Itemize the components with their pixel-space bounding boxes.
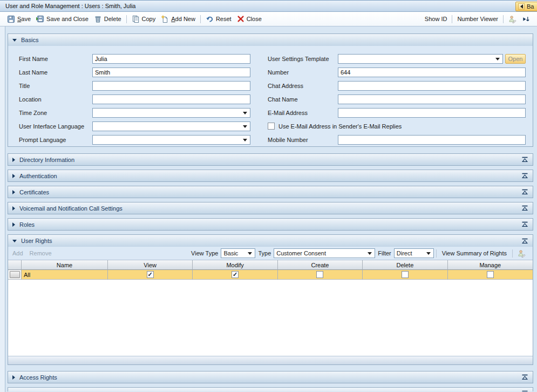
view-checkbox[interactable]	[147, 271, 154, 278]
mobile-number-label: Mobile Number	[268, 137, 338, 143]
close-x-icon	[237, 15, 244, 23]
title-label: Title	[19, 83, 92, 89]
view-type-value: Basic	[223, 250, 238, 256]
dropdown-arrow-icon	[495, 58, 500, 60]
view-summary-of-rights-button[interactable]: View Summary of Rights	[439, 250, 510, 256]
type-select[interactable]: Customer Consent	[274, 248, 375, 258]
trash-icon	[94, 15, 102, 23]
copy-button[interactable]: Copy	[129, 14, 159, 24]
section-roles: Roles	[8, 218, 533, 231]
table-empty-area	[8, 280, 533, 356]
location-label: Location	[19, 96, 92, 103]
section-voicemail-settings-header[interactable]: Voicemail and Notification Call Settings	[8, 202, 533, 214]
section-user-rights-header[interactable]: User Rights	[8, 235, 533, 247]
filter-select[interactable]: Direct	[394, 248, 434, 258]
toolbar-separator	[200, 15, 201, 23]
ui-language-select[interactable]	[92, 121, 250, 131]
user-settings-template-select[interactable]	[338, 54, 503, 64]
chat-name-input[interactable]	[338, 94, 526, 104]
chat-address-input[interactable]	[338, 81, 526, 91]
close-button[interactable]: Close	[234, 14, 264, 24]
section-roles-header[interactable]: Roles	[8, 219, 533, 230]
location-input[interactable]	[92, 94, 250, 104]
collapse-to-top-icon[interactable]	[521, 390, 528, 391]
chevron-collapsed-icon	[12, 375, 15, 380]
column-header-delete[interactable]: Delete	[363, 260, 447, 270]
collapse-to-top-icon[interactable]	[521, 189, 528, 195]
add-new-label: Add New	[171, 16, 195, 22]
column-header-create[interactable]: Create	[278, 260, 363, 270]
section-authentication: Authentication	[8, 170, 533, 182]
section-groups-header[interactable]: Groups	[8, 388, 533, 391]
person-edit-icon	[518, 249, 526, 258]
table-row[interactable]: All	[8, 270, 533, 280]
row-selector-button[interactable]	[10, 271, 20, 278]
undo-arrow-icon	[206, 15, 214, 23]
section-certificates-header[interactable]: Certificates	[8, 186, 533, 198]
section-title: Roles	[19, 221, 35, 228]
prompt-language-select[interactable]	[92, 135, 250, 145]
delete-checkbox[interactable]	[402, 271, 409, 278]
modify-cell	[193, 270, 277, 280]
column-header-modify[interactable]: Modify	[193, 260, 277, 270]
chevron-expanded-icon	[12, 39, 17, 42]
save-label: Save	[17, 16, 31, 22]
first-name-input[interactable]	[92, 54, 250, 64]
add-new-button[interactable]: Add New	[158, 14, 198, 24]
create-checkbox[interactable]	[316, 271, 323, 278]
remove-link[interactable]: Remove	[30, 250, 52, 256]
add-link[interactable]: Add	[12, 250, 23, 256]
reset-button[interactable]: Reset	[203, 14, 234, 24]
section-access-rights-header[interactable]: Access Rights	[8, 371, 533, 383]
last-name-input[interactable]	[92, 67, 250, 77]
use-email-replies-checkbox[interactable]	[268, 123, 275, 130]
save-button[interactable]: Save	[4, 14, 33, 24]
manage-cell	[448, 270, 533, 280]
chevron-collapsed-icon	[12, 391, 15, 392]
type-label: Type	[258, 250, 271, 256]
jump-down-icon	[522, 15, 530, 23]
open-template-button[interactable]: Open	[505, 54, 526, 64]
section-directory-information-header[interactable]: Directory Information	[8, 154, 533, 165]
modify-checkbox[interactable]	[232, 271, 239, 278]
partial-section-clip: Groups	[8, 387, 533, 391]
section-authentication-header[interactable]: Authentication	[8, 170, 533, 181]
edit-user-button[interactable]	[506, 14, 519, 24]
save-and-close-label: Save and Close	[46, 16, 89, 22]
email-address-input[interactable]	[338, 108, 526, 118]
edit-rights-button[interactable]	[515, 248, 528, 259]
number-viewer-button[interactable]: Number Viewer	[454, 15, 501, 23]
time-zone-select[interactable]	[92, 108, 250, 118]
show-id-button[interactable]: Show ID	[422, 15, 450, 23]
delete-button[interactable]: Delete	[91, 14, 124, 24]
save-and-close-button[interactable]: Save and Close	[33, 14, 91, 24]
column-header-manage[interactable]: Manage	[448, 260, 533, 270]
column-header-view[interactable]: View	[108, 260, 193, 270]
section-basics-header[interactable]: Basics	[8, 34, 533, 46]
mobile-number-input[interactable]	[338, 135, 526, 145]
collapse-to-top-icon[interactable]	[521, 157, 528, 163]
back-button[interactable]: Ba	[515, 2, 537, 11]
time-zone-label: Time Zone	[19, 110, 92, 116]
collapse-to-top-icon[interactable]	[521, 238, 528, 244]
first-name-label: First Name	[19, 56, 92, 62]
collapse-to-top-icon[interactable]	[521, 374, 528, 380]
column-header-name[interactable]: Name	[22, 260, 108, 270]
jump-to-section-button[interactable]	[519, 14, 533, 24]
email-address-label: E-Mail Address	[268, 110, 338, 116]
user-rights-toolbar: Add Remove View Type Basic Type Customer…	[8, 247, 533, 260]
collapse-to-top-icon[interactable]	[521, 221, 528, 227]
row-selector-cell[interactable]	[8, 270, 22, 280]
view-type-select[interactable]: Basic	[221, 248, 255, 258]
close-label: Close	[247, 16, 262, 22]
collapse-to-top-icon[interactable]	[521, 173, 528, 179]
user-settings-template-label: User Settings Template	[268, 56, 338, 62]
number-input[interactable]	[338, 67, 526, 77]
chevron-collapsed-icon	[12, 158, 15, 162]
manage-checkbox[interactable]	[487, 271, 494, 278]
title-input[interactable]	[92, 81, 250, 91]
collapse-to-top-icon[interactable]	[521, 205, 528, 211]
dropdown-arrow-icon	[243, 139, 247, 141]
chevron-collapsed-icon	[12, 206, 15, 211]
type-value: Customer Consent	[276, 250, 326, 256]
